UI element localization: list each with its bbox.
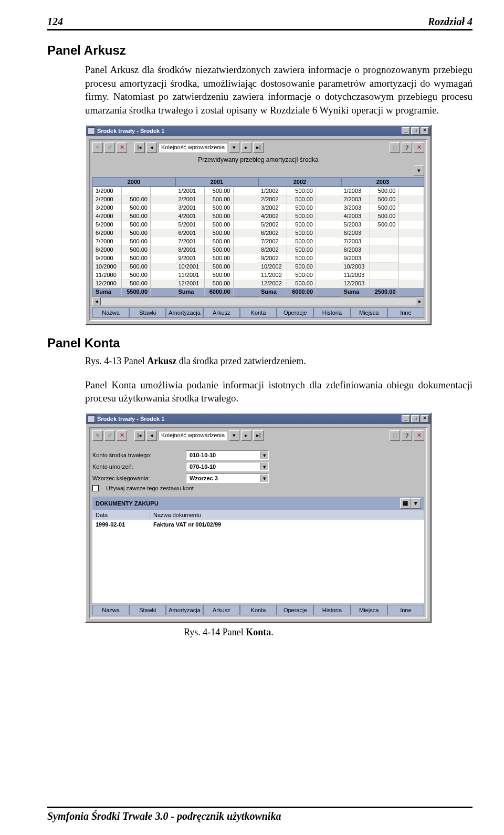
col-data: Data [92,510,150,520]
tab-arkusz[interactable]: Arkusz [203,605,240,615]
year-header-2001[interactable]: 2001 [175,177,258,187]
close-button[interactable]: × [421,127,429,135]
tab-konta[interactable]: Konta [240,605,277,615]
tab-stawki[interactable]: Stawki [129,605,166,615]
tab-nazwa[interactable]: Nazwa [92,605,129,615]
dokumenty-zakupu-title: DOKUMENTY ZAKUPU [96,500,159,507]
doc-list-blank [92,529,424,603]
cancel-button[interactable]: ✕ [117,430,127,441]
first-record-button[interactable]: |◂ [134,142,145,153]
print-button[interactable]: ⌷ [390,430,400,441]
tab-operacje[interactable]: Operacje [277,605,313,615]
wzorzec-combo[interactable]: Wzorzec 3▾ [186,473,269,483]
first-record-button[interactable]: |◂ [134,430,145,441]
app-icon [88,127,95,135]
next-record-button[interactable]: ▸ [241,142,251,153]
table-row: 11/2000500.0011/2001500.0011/2002500.001… [93,271,424,280]
tab-inne[interactable]: Inne [387,307,424,318]
new-button[interactable]: ≡ [92,430,103,441]
maximize-button[interactable]: □ [411,415,419,422]
window-arkusz: Środek trwały - Środek 1 _ □ × ≡ ✓ ✕ |◂ … [85,125,432,325]
ok-button[interactable]: ✓ [104,142,115,153]
order-select[interactable]: Kolejność wprowadzenia [159,431,227,440]
table-row: 7/2000500.007/2001500.007/2002500.007/20… [93,238,424,246]
app-icon [88,415,95,422]
table-row: 5/2000500.005/2001500.005/2002500.005/20… [93,221,424,229]
table-row: 9/2000500.009/2001500.009/2002500.009/20… [93,254,424,263]
chevron-down-icon[interactable]: ▾ [260,463,268,470]
window-title: Środek trwały - Środek 1 [97,416,164,422]
horizontal-scrollbar[interactable]: ◂ ▸ [92,297,424,305]
close-inner-button[interactable]: ✕ [414,142,424,153]
page-footer: Symfonia Środki Trwałe 3.0 - podręcznik … [47,807,472,822]
year-header-2003[interactable]: 2003 [341,177,424,187]
add-doc-button[interactable]: ▦ [400,498,411,509]
table-row: 12/2000500.0012/2001500.0012/2002500.001… [93,280,424,288]
table-row: 3/2000500.003/2001500.003/2002500.003/20… [93,204,424,212]
amortization-grid: 1/20001/2001500.001/2002500.001/2003500.… [92,187,424,297]
grid-settings-button[interactable]: ▾ [414,166,424,176]
chevron-down-icon[interactable]: ▾ [260,451,268,459]
order-dropdown-button[interactable]: ▾ [229,430,239,441]
konto-umorzen-combo[interactable]: 070-10-10▾ [186,462,269,471]
window-konta: Środek trwały - Środek 1 _ □ × ≡ ✓ ✕ |◂ … [85,413,432,623]
tab-amortyzacja[interactable]: Amortyzacja [166,605,203,615]
help-button[interactable]: ? [402,430,412,441]
table-row: 8/2000500.008/2001500.008/2002500.008/20… [93,246,424,254]
ok-button[interactable]: ✓ [104,430,115,441]
page-number: 124 [47,16,63,28]
doc-row[interactable]: 1999-02-01 Faktura VAT nr 001/02/99 [92,520,424,529]
order-dropdown-button[interactable]: ▾ [229,142,239,153]
chevron-down-icon[interactable]: ▾ [260,475,268,482]
grid-subtitle: Przewidywany przebieg amortyzacji środka [92,156,424,163]
last-record-button[interactable]: ▸| [253,142,264,153]
last-record-button[interactable]: ▸| [253,430,264,441]
konto-umorzen-label: Konto umorzeń: [92,463,182,470]
tab-historia[interactable]: Historia [313,307,350,318]
order-select[interactable]: Kolejność wprowadzenia [159,143,227,152]
close-button[interactable]: × [421,415,429,422]
doc-settings-button[interactable]: ▾ [411,498,421,509]
table-row: 6/2000500.006/2001500.006/2002500.006/20… [93,229,424,238]
konto-srodka-combo[interactable]: 010-10-10▾ [186,450,269,460]
use-always-checkbox[interactable] [92,485,99,491]
tab-konta[interactable]: Konta [240,307,277,318]
year-header-2002[interactable]: 2002 [258,177,341,187]
tab-miejsca[interactable]: Miejsca [351,605,387,615]
minimize-button[interactable]: _ [402,127,410,135]
prev-record-button[interactable]: ◂ [146,142,157,153]
cancel-button[interactable]: ✕ [117,142,127,153]
table-row: 2/2000500.002/2001500.002/2002500.002/20… [93,195,424,204]
table-row: 10/2000500.0010/2001500.0010/2002500.001… [93,263,424,271]
help-button[interactable]: ? [402,142,412,153]
scroll-left-icon[interactable]: ◂ [92,297,101,305]
next-record-button[interactable]: ▸ [241,430,251,441]
use-always-label: Używaj zawsze tego zestawu kont [106,485,194,491]
tab-historia[interactable]: Historia [313,605,350,615]
caption-2: Rys. 4-14 Panel Konta. [184,627,472,638]
tab-nazwa[interactable]: Nazwa [92,307,129,318]
wzorzec-label: Wzorzec księgowania: [92,475,182,481]
tab-arkusz[interactable]: Arkusz [203,307,240,318]
section1-paragraph: Panel Arkusz dla środków niezatwierdzony… [85,63,472,117]
table-row: 4/2000500.004/2001500.004/2002500.004/20… [93,212,424,221]
section2-paragraph: Panel Konta umożliwia podanie informacji… [85,378,472,405]
section-panel-arkusz: Panel Arkusz [47,43,472,58]
prev-record-button[interactable]: ◂ [146,430,157,441]
tab-inne[interactable]: Inne [387,605,424,615]
maximize-button[interactable]: □ [411,127,419,135]
tab-stawki[interactable]: Stawki [129,307,166,318]
close-inner-button[interactable]: ✕ [414,430,424,441]
sum-row: Suma5500.00Suma6000.00Suma6000.00Suma250… [93,288,424,296]
section-panel-konta: Panel Konta [47,336,472,351]
new-button[interactable]: ≡ [92,142,103,153]
tab-miejsca[interactable]: Miejsca [351,307,387,318]
scroll-right-icon[interactable]: ▸ [416,297,424,305]
tab-amortyzacja[interactable]: Amortyzacja [166,307,203,318]
konto-srodka-label: Konto środka trwałego: [92,452,182,458]
chapter-title: Rozdział 4 [428,16,472,28]
tab-operacje[interactable]: Operacje [277,307,313,318]
year-header-2000[interactable]: 2000 [92,177,175,187]
minimize-button[interactable]: _ [402,415,410,422]
print-button[interactable]: ⌷ [390,142,400,153]
